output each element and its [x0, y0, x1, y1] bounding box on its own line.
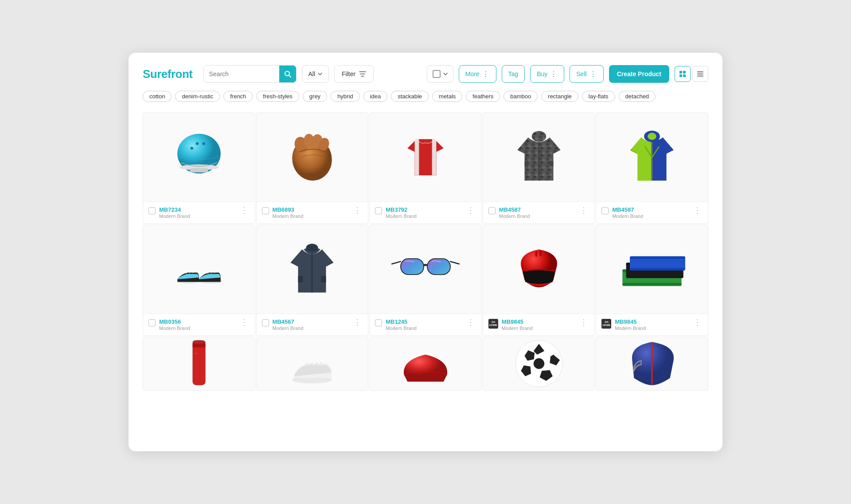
product-checkbox[interactable] — [148, 207, 156, 214]
product-checkbox[interactable] — [375, 207, 382, 214]
product-id[interactable]: MB3792 — [386, 206, 462, 213]
product-checkbox[interactable] — [488, 207, 496, 214]
product-checkbox[interactable] — [262, 319, 269, 326]
product-info: MB9845Modern Brand — [502, 318, 576, 331]
product-card: JIAHOMEMB9845Modern Brand⋮ — [483, 225, 595, 336]
tag-chip-french[interactable]: french — [223, 91, 253, 102]
product-card: MB6893Modern Brand⋮ — [256, 112, 369, 224]
list-view-button[interactable] — [692, 66, 708, 82]
product-id[interactable]: MB4587 — [612, 206, 689, 213]
sell-button[interactable]: Sell ⋮ — [570, 65, 603, 83]
svg-rect-8 — [683, 74, 686, 77]
product-id[interactable]: MB9845 — [502, 318, 576, 325]
tag-chip-stackable[interactable]: stackable — [391, 91, 429, 102]
product-id[interactable]: MB7234 — [159, 206, 236, 213]
product-brand: Modern Brand — [159, 326, 236, 331]
svg-rect-42 — [427, 259, 450, 275]
grid-icon — [679, 70, 686, 78]
create-product-button[interactable]: Create Product — [609, 65, 669, 83]
tag-chip-feathers[interactable]: feathers — [466, 91, 500, 102]
tag-chip-grey[interactable]: grey — [303, 91, 327, 102]
product-card: MB7234Modern Brand⋮ — [143, 112, 255, 224]
product-card — [143, 337, 255, 391]
tag-chip-detached[interactable]: detached — [619, 91, 656, 102]
product-info: MB6893Modern Brand — [273, 206, 349, 219]
product-menu-button[interactable]: ⋮ — [466, 318, 476, 326]
tag-chip-hybrid[interactable]: hybrid — [331, 91, 359, 102]
svg-rect-7 — [679, 74, 682, 77]
svg-rect-31 — [524, 161, 528, 166]
tag-chip-bamboo[interactable]: bamboo — [504, 91, 538, 102]
svg-rect-6 — [683, 71, 686, 74]
svg-rect-15 — [190, 168, 208, 172]
tag-chip-metals[interactable]: metals — [432, 91, 462, 102]
product-image — [596, 113, 708, 202]
product-menu-button[interactable]: ⋮ — [579, 318, 589, 326]
product-brand: Modern Brand — [499, 213, 576, 219]
product-menu-button[interactable]: ⋮ — [692, 318, 703, 326]
more-button[interactable]: More ⋮ — [459, 65, 496, 83]
product-footer: MB6893Modern Brand⋮ — [257, 202, 368, 223]
product-brand: Modern Brand — [386, 326, 462, 331]
product-card: JIAHOMEMB9845Modern Brand⋮ — [596, 225, 708, 336]
product-id[interactable]: MB6893 — [273, 206, 349, 213]
svg-rect-59 — [195, 353, 198, 354]
product-menu-button[interactable]: ⋮ — [239, 318, 250, 326]
product-checkbox[interactable] — [148, 319, 156, 326]
svg-rect-41 — [401, 259, 424, 275]
product-image — [257, 337, 368, 390]
tag-chip-fresh-styles[interactable]: fresh-styles — [256, 91, 299, 102]
product-id[interactable]: MB4567 — [273, 318, 349, 325]
tag-chip-idea[interactable]: idea — [363, 91, 388, 102]
product-menu-button[interactable]: ⋮ — [579, 206, 589, 214]
product-brand: Modern Brand — [386, 213, 462, 219]
product-menu-button[interactable]: ⋮ — [352, 318, 363, 326]
tag-chip-denim-rustic[interactable]: denim-rustic — [175, 91, 220, 102]
svg-line-1 — [289, 75, 291, 77]
svg-rect-9 — [697, 71, 703, 73]
product-id[interactable]: MB1245 — [386, 318, 462, 325]
product-brand: Modern Brand — [615, 326, 689, 331]
search-input[interactable] — [204, 66, 279, 82]
product-info: MB1245Modern Brand — [386, 318, 462, 331]
svg-rect-39 — [298, 276, 303, 283]
tag-chip-lay-flats[interactable]: lay-flats — [582, 91, 615, 102]
product-image — [596, 337, 708, 390]
product-footer: MB1245Modern Brand⋮ — [370, 314, 481, 335]
product-image — [143, 113, 255, 202]
product-card — [256, 337, 369, 391]
product-id[interactable]: MB9845 — [615, 318, 689, 325]
product-menu-button[interactable]: ⋮ — [352, 206, 363, 214]
svg-rect-56 — [192, 342, 205, 385]
product-footer: MB3792Modern Brand⋮ — [370, 202, 481, 223]
svg-point-38 — [306, 244, 318, 252]
search-button[interactable] — [279, 66, 296, 82]
product-brand: Modern Brand — [273, 326, 349, 331]
svg-rect-24 — [415, 139, 419, 175]
all-dropdown[interactable]: All — [302, 65, 329, 83]
product-id[interactable]: MB0356 — [159, 318, 236, 325]
buy-button[interactable]: Buy ⋮ — [530, 65, 564, 83]
product-info: MB9845Modern Brand — [615, 318, 689, 331]
product-menu-button[interactable]: ⋮ — [692, 206, 703, 214]
product-footer: MB4587Modern Brand⋮ — [596, 202, 708, 223]
filter-button[interactable]: Filter — [334, 65, 374, 83]
tag-chip-cotton[interactable]: cotton — [143, 91, 172, 102]
product-checkbox[interactable] — [262, 207, 269, 214]
product-checkbox[interactable] — [375, 319, 382, 326]
product-id[interactable]: MB4587 — [499, 206, 576, 213]
product-menu-button[interactable]: ⋮ — [466, 206, 476, 214]
search-icon — [284, 70, 291, 78]
svg-point-67 — [533, 358, 544, 369]
product-card: MB0356Modern Brand⋮ — [143, 225, 255, 336]
tag-button[interactable]: Tag — [502, 65, 525, 83]
tag-chip-rectangle[interactable]: rectangle — [541, 91, 578, 102]
product-card: MB3792Modern Brand⋮ — [369, 112, 482, 224]
product-info: MB4587Modern Brand — [612, 206, 689, 219]
product-checkbox[interactable] — [601, 207, 609, 214]
grid-view-button[interactable] — [675, 66, 691, 82]
product-card: MB1245Modern Brand⋮ — [369, 225, 482, 336]
product-menu-button[interactable]: ⋮ — [239, 206, 250, 214]
buy-dots-icon: ⋮ — [550, 70, 558, 78]
select-all-checkbox[interactable] — [427, 65, 453, 83]
